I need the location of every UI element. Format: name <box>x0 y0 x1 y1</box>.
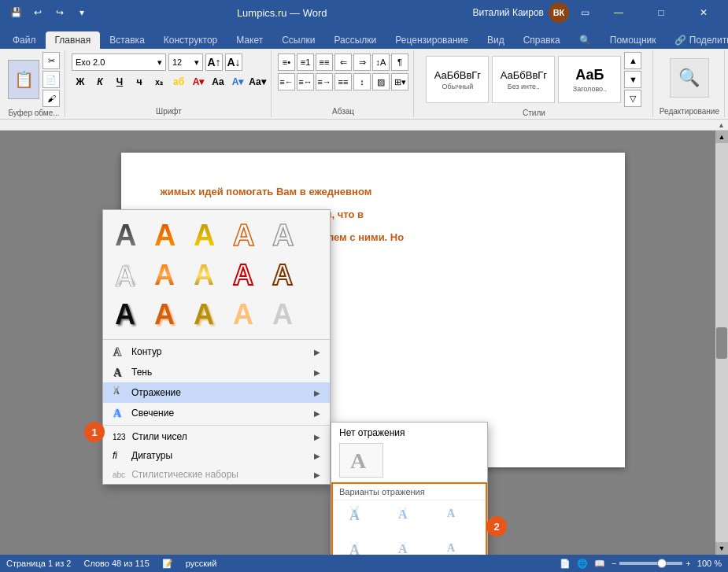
align-center-button[interactable]: ≡↔ <box>297 73 314 90</box>
view-normal-icon[interactable]: 📄 <box>560 559 571 569</box>
numbering-button[interactable]: ≡1 <box>297 54 314 71</box>
tab-review[interactable]: Рецензирование <box>386 31 478 49</box>
customize-qa-icon[interactable]: ▾ <box>72 3 91 22</box>
scroll-thumb[interactable] <box>716 327 727 359</box>
reflect-v4[interactable]: A A <box>338 540 383 555</box>
subscript-button[interactable]: x₂ <box>150 73 168 90</box>
effect-orange-3d[interactable]: A <box>149 254 185 290</box>
effect-orange-shadow[interactable]: A <box>149 293 185 330</box>
highlight-button[interactable]: аб <box>170 73 187 90</box>
copy-button[interactable]: 📄 <box>42 71 60 88</box>
styles-scroll-up[interactable]: ▲ <box>624 52 641 69</box>
reflect-v2[interactable]: A A <box>386 505 432 537</box>
shading-button[interactable]: ▨ <box>372 73 390 90</box>
ribbon-display-icon[interactable]: ▭ <box>575 3 594 22</box>
sort-button[interactable]: ↕A <box>372 54 390 71</box>
effect-brown-outline[interactable]: A <box>267 254 303 290</box>
strikethrough-button[interactable]: ч <box>131 73 148 90</box>
bold-button[interactable]: Ж <box>72 73 89 90</box>
underline-button[interactable]: Ч <box>111 73 128 90</box>
tab-insert[interactable]: Вставка <box>100 31 154 49</box>
effect-orange-gradient[interactable]: A <box>149 215 185 251</box>
contour-item[interactable]: A Контур ▶ <box>103 341 330 362</box>
effect-outline-orange[interactable]: A <box>227 215 264 251</box>
styles-expand[interactable]: ▽ <box>624 90 641 107</box>
effect-light-orange[interactable]: A <box>227 293 264 330</box>
no-reflection-option[interactable]: Нет отражения <box>331 423 487 443</box>
bullets-button[interactable]: ≡• <box>278 54 295 71</box>
align-right-button[interactable]: ≡→ <box>316 73 333 90</box>
font-family-dropdown[interactable]: Exo 2.0▾ <box>72 54 166 71</box>
decrease-font-button[interactable]: A↓ <box>225 54 242 71</box>
effect-red-outline[interactable]: A <box>227 254 264 290</box>
style-heading[interactable]: АаБ Заголово.. <box>558 56 621 103</box>
number-styles-item[interactable]: 123 Стили чисел ▶ <box>103 427 330 446</box>
style-no-space[interactable]: АаБбВвГг Без инте.. <box>492 56 555 103</box>
view-web-icon[interactable]: 🌐 <box>577 559 588 569</box>
effect-light-gray[interactable]: A <box>267 293 303 330</box>
tab-mailings[interactable]: Рассылки <box>324 31 386 49</box>
cut-button[interactable]: ✂ <box>42 52 60 69</box>
effect-silver-3d[interactable]: A A <box>109 254 146 290</box>
font-color-button[interactable]: А▾ <box>190 73 207 90</box>
save-qa-icon[interactable]: 💾 <box>6 3 25 22</box>
tab-home[interactable]: Главная <box>46 31 101 49</box>
case-button[interactable]: Аа▾ <box>249 73 266 90</box>
justify-button[interactable]: ≡≡ <box>334 73 352 90</box>
tab-help[interactable]: Справка <box>514 31 570 49</box>
scroll-down-arrow[interactable]: ▼ <box>715 542 728 555</box>
increase-font-button[interactable]: A↑ <box>205 54 223 71</box>
format-paint-button[interactable]: 🖌 <box>42 90 60 107</box>
maximize-button[interactable]: □ <box>643 0 679 25</box>
zoom-in-icon[interactable]: + <box>686 559 690 568</box>
effect-black-shadow[interactable]: A <box>109 293 146 330</box>
redo-qa-icon[interactable]: ↪ <box>50 3 69 22</box>
multilevel-button[interactable]: ≡≡ <box>316 54 333 71</box>
italic-button[interactable]: К <box>91 73 109 90</box>
effect-gold-gradient[interactable]: A <box>188 215 224 251</box>
tab-file[interactable]: Файл <box>3 31 46 49</box>
ruler-toggle[interactable]: ▲ <box>0 120 728 131</box>
ligatures-item[interactable]: fi Дигатуры ▶ <box>103 446 330 465</box>
tab-view[interactable]: Вид <box>478 31 514 49</box>
zoom-out-icon[interactable]: − <box>612 559 616 568</box>
paste-button[interactable]: 📋 <box>8 60 39 99</box>
style-normal[interactable]: АаБбВвГг Обычный <box>426 56 489 103</box>
reflect-v1[interactable]: A A <box>338 505 383 537</box>
styles-scroll-down[interactable]: ▼ <box>624 71 641 88</box>
effect-gray-outline[interactable]: A <box>267 215 303 251</box>
user-avatar[interactable]: ВК <box>549 2 569 23</box>
show-marks-button[interactable]: ¶ <box>391 54 408 71</box>
zoom-slider-thumb[interactable] <box>657 559 667 568</box>
increase-indent-button[interactable]: ⇒ <box>353 54 371 71</box>
glow-item[interactable]: A Свечение ▶ <box>103 403 330 423</box>
minimize-button[interactable]: — <box>601 0 637 25</box>
tab-assistant[interactable]: Помощник <box>601 31 666 49</box>
borders-button[interactable]: ⊞▾ <box>391 73 408 90</box>
effect-black-gradient[interactable]: A <box>109 215 146 251</box>
tab-search[interactable]: 🔍 <box>570 31 601 49</box>
decrease-indent-button[interactable]: ⇐ <box>334 54 352 71</box>
reflect-v5[interactable]: A A <box>386 540 432 555</box>
text-effects-button[interactable]: А▾ <box>229 73 246 90</box>
vertical-scrollbar[interactable]: ▲ ▼ <box>715 131 728 555</box>
line-spacing-button[interactable]: ↕ <box>353 73 371 90</box>
reflect-v3[interactable]: A A <box>435 505 481 537</box>
tab-references[interactable]: Ссылки <box>272 31 324 49</box>
view-reading-icon[interactable]: 📖 <box>594 559 605 569</box>
align-left-button[interactable]: ≡← <box>278 73 295 90</box>
reflect-v6[interactable]: A A <box>435 540 481 555</box>
effect-gold-3d[interactable]: A <box>188 254 224 290</box>
tab-layout[interactable]: Макет <box>227 31 272 49</box>
clear-format-button[interactable]: Аа <box>209 73 227 90</box>
undo-qa-icon[interactable]: ↩ <box>28 3 47 22</box>
reflection-item[interactable]: A A Отражение ▶ <box>103 382 330 403</box>
tab-share[interactable]: 🔗 Поделиться <box>665 31 728 49</box>
stylistic-sets-item[interactable]: abc Стилистические наборы ▶ <box>103 465 330 484</box>
font-size-dropdown[interactable]: 12▾ <box>168 54 203 71</box>
shadow-item[interactable]: A Тень ▶ <box>103 362 330 382</box>
search-editing-button[interactable]: 🔍 <box>670 58 709 98</box>
zoom-slider[interactable] <box>619 562 682 565</box>
tab-design[interactable]: Конструктор <box>154 31 227 49</box>
close-button[interactable]: ✕ <box>686 0 722 25</box>
